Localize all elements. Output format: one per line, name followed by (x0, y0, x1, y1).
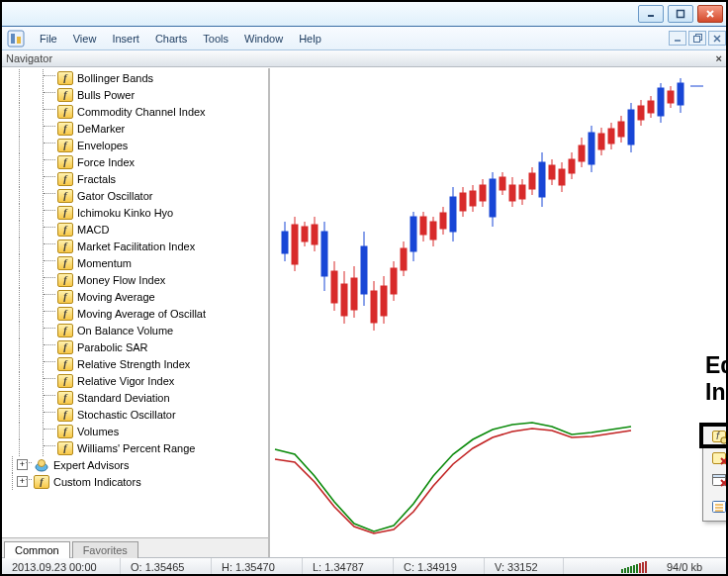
status-datetime: 2013.09.23 00:00 (2, 558, 121, 576)
indicator-icon: f (57, 307, 73, 321)
svg-rect-53 (391, 268, 397, 294)
menu-view[interactable]: View (65, 30, 105, 48)
tree-item[interactable]: fMoney Flow Index (4, 271, 268, 288)
mdi-minimize-button[interactable] (669, 31, 686, 46)
svg-rect-65 (470, 191, 476, 206)
status-low: L: 1.34787 (303, 558, 394, 576)
tree-item[interactable]: fOn Balance Volume (4, 322, 268, 338)
tree-item-label: Volumes (77, 426, 119, 437)
svg-rect-5 (11, 34, 15, 44)
annotation-label: Edit Indicator (705, 352, 728, 406)
indicator-icon: f (57, 172, 73, 186)
tree-item-label: Relative Strength Index (77, 358, 190, 370)
tree-item-label: Custom Indicators (53, 476, 141, 488)
indicator-icon: f (57, 357, 73, 371)
tree-item[interactable]: fBollinger Bands (4, 69, 268, 86)
svg-rect-71 (509, 185, 515, 201)
svg-rect-15 (282, 232, 288, 253)
tree-item[interactable]: fForce Index (4, 153, 268, 170)
minimize-button[interactable] (638, 5, 664, 23)
tree-item[interactable]: fWilliams' Percent Range (4, 439, 268, 456)
tree-item[interactable]: fMACD (4, 221, 268, 238)
tab-favorites[interactable]: Favorites (72, 541, 138, 558)
indicator-icon: f (57, 189, 73, 203)
menu-file[interactable]: File (32, 30, 65, 48)
svg-rect-55 (401, 248, 407, 270)
status-close: C: 1.34919 (394, 558, 485, 576)
svg-rect-81 (569, 159, 575, 173)
svg-rect-69 (500, 177, 505, 190)
svg-rect-45 (341, 284, 347, 316)
navigator-title: Navigator (6, 52, 52, 64)
mdi-restore-button[interactable] (688, 31, 706, 46)
tree-item[interactable]: fRelative Vigor Index (4, 372, 268, 389)
svg-rect-63 (460, 193, 466, 211)
svg-rect-19 (361, 246, 367, 294)
tree-item[interactable]: fFractals (4, 170, 268, 187)
svg-rect-1 (678, 11, 684, 18)
svg-point-13 (39, 459, 46, 466)
tab-common[interactable]: Common (4, 541, 70, 558)
tree-item[interactable]: fParabolic SAR (4, 338, 268, 355)
svg-rect-35 (678, 83, 683, 105)
status-bar: 2013.09.23 00:00 O: 1.35465 H: 1.35470 L… (2, 557, 726, 576)
indicator-icon: f (57, 391, 73, 405)
candlestick-chart (270, 68, 725, 405)
svg-rect-93 (648, 101, 654, 113)
delete-window-icon (709, 473, 728, 489)
mdi-close-button[interactable] (708, 31, 726, 46)
navigator-close-icon[interactable]: × (716, 52, 722, 64)
indicator-icon: f (57, 441, 73, 455)
tree-item-label: Gator Oscillator (77, 190, 152, 202)
menu-help[interactable]: Help (291, 30, 329, 48)
menu-charts[interactable]: Charts (147, 30, 195, 48)
tree-item[interactable]: fRelative Strength Index (4, 355, 268, 372)
expert-advisors-icon (34, 458, 49, 472)
navigator-tree[interactable]: fBollinger BandsfBulls PowerfCommodity C… (2, 68, 268, 537)
delete-indicator-icon (709, 451, 728, 467)
indicator-icon: f (57, 425, 73, 438)
close-button[interactable] (697, 5, 723, 23)
tree-group-custom-indicators[interactable]: +fCustom Indicators (4, 473, 268, 490)
svg-rect-37 (292, 225, 298, 264)
tree-item[interactable]: fMarket Facilitation Index (4, 238, 268, 254)
indicator-icon: f (57, 206, 73, 220)
tree-item[interactable]: fStochastic Oscillator (4, 406, 268, 423)
ctx-delete-indicator[interactable]: Delete Indicator (705, 448, 728, 470)
menu-window[interactable]: Window (236, 30, 291, 48)
ctx-indicators-list[interactable]: Indicators List Ctrl+I (705, 497, 728, 519)
svg-rect-43 (331, 271, 337, 303)
tree-item[interactable]: fCommodity Channel Index (4, 103, 268, 120)
tree-item[interactable]: fEnvelopes (4, 137, 268, 153)
ctx-delete-window[interactable]: Delete Indicator Window (705, 470, 728, 492)
rvi-indicator-subwindow (270, 405, 725, 553)
svg-rect-106 (713, 475, 726, 478)
svg-rect-89 (618, 122, 624, 137)
tree-item[interactable]: fIchimoku Kinko Hyo (4, 204, 268, 221)
tree-item[interactable]: fMomentum (4, 254, 268, 271)
status-open: O: 1.35465 (121, 558, 212, 576)
tree-item[interactable]: fBulls Power (4, 86, 268, 103)
svg-rect-47 (351, 278, 357, 310)
menu-insert[interactable]: Insert (104, 30, 147, 48)
tree-item[interactable]: fVolumes (4, 423, 268, 439)
tree-item-label: Parabolic SAR (77, 341, 148, 353)
chart-area[interactable]: Edit Indicator f RVI(10) properties... D… (270, 68, 726, 557)
tree-item[interactable]: fStandard Deviation (4, 389, 268, 406)
app-icon (6, 29, 26, 48)
tree-item[interactable]: fDeMarker (4, 120, 268, 137)
svg-rect-4 (8, 31, 24, 47)
svg-rect-79 (559, 169, 565, 185)
status-high: H: 1.35470 (212, 558, 303, 576)
tree-item-label: Moving Average (77, 291, 155, 303)
tree-item[interactable]: fMoving Average (4, 288, 268, 305)
tree-group-expert-advisors[interactable]: +Expert Advisors (4, 456, 268, 473)
tree-item[interactable]: fMoving Average of Oscillat (4, 305, 268, 322)
tree-item[interactable]: fGator Oscillator (4, 187, 268, 204)
navigator-header: Navigator × (2, 50, 726, 67)
svg-rect-51 (381, 286, 387, 316)
svg-rect-23 (450, 197, 456, 232)
maximize-button[interactable] (668, 5, 693, 23)
menu-tools[interactable]: Tools (195, 30, 236, 48)
indicator-icon: f (57, 223, 73, 237)
